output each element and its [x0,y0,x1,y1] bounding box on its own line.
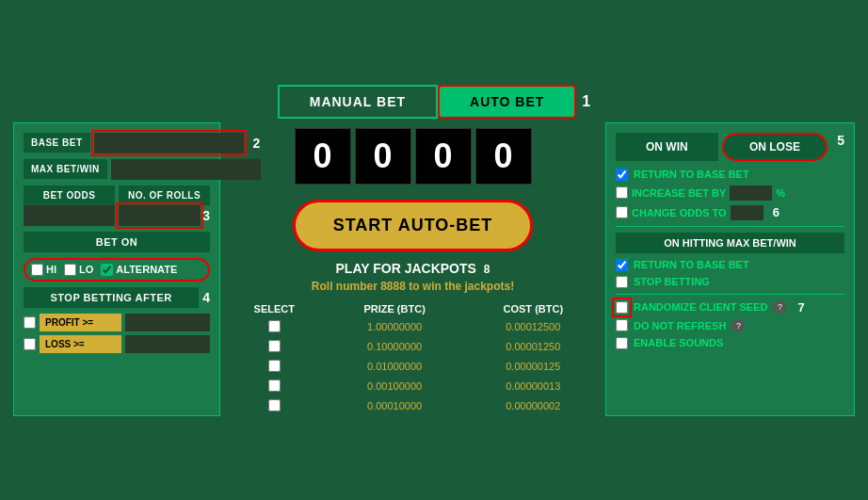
win-lose-tabs: ON WIN ON LOSE 5 [616,133,844,161]
prize-cell: 0.00100000 [325,377,465,396]
lo-label: LO [79,264,93,275]
bet-on-options: HI LO ALTERNATE [24,258,210,282]
increase-bet-checkbox[interactable] [616,186,628,199]
enable-sounds-row: ENABLE SOUNDS [616,337,844,349]
return-base2-label: RETURN TO BASE BET [634,259,749,270]
col-cost: COST (BTC) [465,300,602,317]
change-odds-checkbox[interactable] [616,206,628,218]
prize-cell: 1.00000000 [325,317,465,337]
profit-input[interactable]: 0.00000001 [125,314,210,331]
jackpot-table-row: 0.10000000 0.00001250 [224,337,602,357]
on-win-tab[interactable]: ON WIN [616,133,718,161]
cost-cell: 0.00000013 [465,377,602,396]
col-prize: PRIZE (BTC) [325,300,465,317]
alternate-checkbox[interactable] [101,264,113,276]
hi-label: HI [46,264,56,275]
base-bet-row: BASE BET 0.00000001 2 [24,133,210,153]
bet-odds-input[interactable]: 2.00 [24,205,115,226]
do-not-refresh-row: DO NOT REFRESH ? [616,319,844,332]
loss-label: LOSS >= [40,335,121,353]
bottom-checks: RANDOMIZE CLIENT SEED ? 7 DO NOT REFRESH… [616,300,844,349]
divider [616,226,844,227]
jackpot-table-row: 0.01000000 0.00000125 [224,357,602,377]
randomize-checkbox[interactable] [616,301,628,314]
prize-cell: 0.10000000 [325,337,465,357]
max-bet-section-label: ON HITTING MAX BET/WIN [616,233,844,253]
hi-checkbox[interactable] [31,264,43,276]
badge-3: 3 [202,208,210,223]
jackpot-table: SELECT PRIZE (BTC) COST (BTC) 1.00000000… [224,300,602,416]
left-panel: BASE BET 0.00000001 2 MAX BET/WIN 20 BET… [13,122,220,416]
lo-checkbox[interactable] [64,264,76,276]
tab-badge-1: 1 [582,93,590,110]
change-odds-input[interactable]: 2 [731,205,764,220]
base-bet-label: BASE BET [24,133,90,153]
profit-checkbox[interactable] [24,316,36,329]
no-of-rolls-input[interactable]: 100 [119,205,201,226]
alternate-label: ALTERNATE [116,264,177,275]
jackpot-title: PLAY FOR JACKPOTS 8 [336,261,490,276]
randomize-help-icon[interactable]: ? [773,300,786,314]
col-select: SELECT [224,300,325,317]
increase-bet-input[interactable]: 0.00 [730,185,772,201]
jackpot-select-checkbox[interactable] [268,399,281,411]
do-not-refresh-checkbox[interactable] [616,319,628,331]
stop-after-label: STOP BETTING AFTER [24,287,199,308]
start-autobet-button[interactable]: START AUTO-BET [293,200,534,251]
loss-row: LOSS >= 0.00000001 [24,335,210,353]
prize-cell: 0.01000000 [325,357,465,377]
jackpot-select-checkbox[interactable] [268,379,281,392]
stop-betting-label: STOP BETTING [634,276,710,287]
digit-4: 0 [475,128,532,185]
badge-7: 7 [797,300,804,315]
right-panel: ON WIN ON LOSE 5 RETURN TO BASE BET INCR… [605,122,855,416]
badge-6: 6 [773,205,780,219]
max-bet-row: MAX BET/WIN 20 [24,159,210,180]
bet-odds-label: BET ODDS [24,185,115,205]
digit-3: 0 [415,128,472,185]
digits-display: 0 0 0 0 [289,122,538,190]
pct-label: % [776,187,785,199]
profit-row: PROFIT >= 0.00000001 [24,314,210,331]
prize-cell: 0.00010000 [325,396,465,416]
randomize-label: RANDOMIZE CLIENT SEED [634,301,767,313]
return-base-label: RETURN TO BASE BET [634,169,749,180]
enable-sounds-checkbox[interactable] [616,337,628,349]
on-lose-tab[interactable]: ON LOSE [722,133,828,161]
randomize-row: RANDOMIZE CLIENT SEED ? 7 [616,300,844,315]
manual-bet-tab[interactable]: MANUAL BET [278,85,438,119]
enable-sounds-label: ENABLE SOUNDS [634,337,723,348]
return-base2-checkbox[interactable] [616,259,628,271]
lo-checkbox-label[interactable]: LO [64,264,93,276]
jackpot-subtitle: Roll number 8888 to win the jackpots! [312,280,514,293]
jackpot-select-checkbox[interactable] [268,340,281,352]
digit-2: 0 [355,128,411,185]
return-base-checkbox[interactable] [616,169,628,181]
badge-4: 4 [202,290,210,305]
jackpot-table-row: 0.00010000 0.00000002 [224,396,602,416]
profit-label: PROFIT >= [40,314,121,331]
alternate-checkbox-label[interactable]: ALTERNATE [101,264,177,276]
increase-bet-label: INCREASE BET BY [632,187,726,199]
do-not-refresh-label: DO NOT REFRESH [634,320,726,331]
loss-input[interactable]: 0.00000001 [125,335,210,353]
base-bet-input[interactable]: 0.00000001 [94,133,244,153]
return-base-row: RETURN TO BASE BET [616,169,844,181]
hi-checkbox-label[interactable]: HI [31,264,56,276]
no-of-rolls-label: NO. OF ROLLS [119,185,210,205]
jackpot-select-checkbox[interactable] [268,320,281,332]
refresh-help-icon[interactable]: ? [731,319,745,332]
odds-rolls-row: BET ODDS 2.00 NO. OF ROLLS 100 3 [24,185,210,226]
stop-betting-checkbox[interactable] [616,276,628,288]
auto-bet-tab[interactable]: AUTO BET [438,85,576,119]
stop-section: STOP BETTING AFTER 4 PROFIT >= 0.0000000… [24,287,210,353]
max-bet-label: MAX BET/WIN [24,159,107,179]
return-base2-row: RETURN TO BASE BET [616,259,844,271]
badge-5: 5 [837,133,844,161]
divider2 [616,294,844,295]
stop-betting-row: STOP BETTING [616,276,844,288]
cost-cell: 0.00012500 [465,317,602,337]
loss-checkbox[interactable] [24,338,36,350]
jackpot-table-row: 0.00100000 0.00000013 [224,377,602,396]
jackpot-select-checkbox[interactable] [268,360,281,372]
